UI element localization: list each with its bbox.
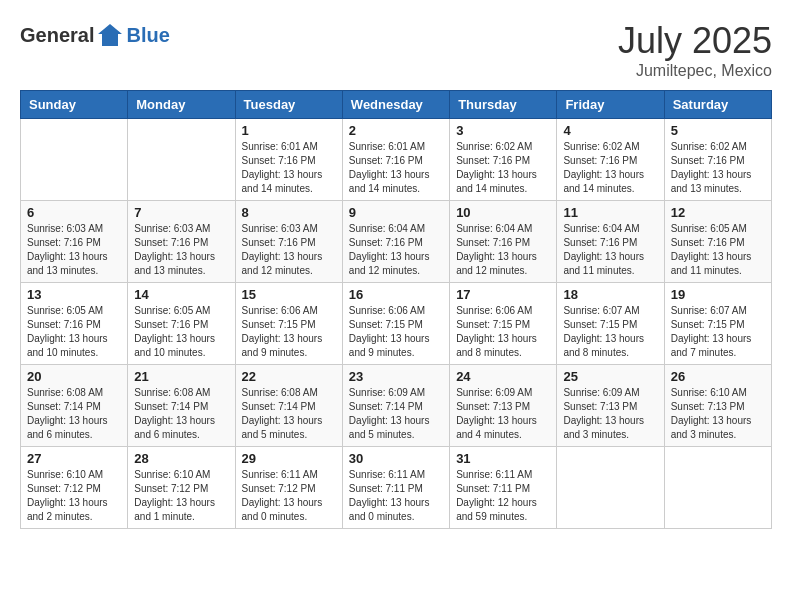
calendar-cell: 29Sunrise: 6:11 AM Sunset: 7:12 PM Dayli… bbox=[235, 447, 342, 529]
day-number: 4 bbox=[563, 123, 657, 138]
calendar-cell: 15Sunrise: 6:06 AM Sunset: 7:15 PM Dayli… bbox=[235, 283, 342, 365]
calendar-cell: 30Sunrise: 6:11 AM Sunset: 7:11 PM Dayli… bbox=[342, 447, 449, 529]
day-number: 2 bbox=[349, 123, 443, 138]
calendar-cell: 31Sunrise: 6:11 AM Sunset: 7:11 PM Dayli… bbox=[450, 447, 557, 529]
calendar-cell: 4Sunrise: 6:02 AM Sunset: 7:16 PM Daylig… bbox=[557, 119, 664, 201]
day-number: 31 bbox=[456, 451, 550, 466]
day-number: 6 bbox=[27, 205, 121, 220]
week-row-3: 13Sunrise: 6:05 AM Sunset: 7:16 PM Dayli… bbox=[21, 283, 772, 365]
day-number: 28 bbox=[134, 451, 228, 466]
day-number: 25 bbox=[563, 369, 657, 384]
day-info: Sunrise: 6:05 AM Sunset: 7:16 PM Dayligh… bbox=[27, 304, 121, 360]
day-number: 16 bbox=[349, 287, 443, 302]
week-row-2: 6Sunrise: 6:03 AM Sunset: 7:16 PM Daylig… bbox=[21, 201, 772, 283]
day-info: Sunrise: 6:03 AM Sunset: 7:16 PM Dayligh… bbox=[27, 222, 121, 278]
header-monday: Monday bbox=[128, 91, 235, 119]
header-thursday: Thursday bbox=[450, 91, 557, 119]
day-info: Sunrise: 6:09 AM Sunset: 7:14 PM Dayligh… bbox=[349, 386, 443, 442]
calendar-cell: 11Sunrise: 6:04 AM Sunset: 7:16 PM Dayli… bbox=[557, 201, 664, 283]
calendar-cell: 5Sunrise: 6:02 AM Sunset: 7:16 PM Daylig… bbox=[664, 119, 771, 201]
calendar-cell: 20Sunrise: 6:08 AM Sunset: 7:14 PM Dayli… bbox=[21, 365, 128, 447]
calendar-cell: 26Sunrise: 6:10 AM Sunset: 7:13 PM Dayli… bbox=[664, 365, 771, 447]
calendar-cell: 25Sunrise: 6:09 AM Sunset: 7:13 PM Dayli… bbox=[557, 365, 664, 447]
calendar-table: Sunday Monday Tuesday Wednesday Thursday… bbox=[20, 90, 772, 529]
week-row-1: 1Sunrise: 6:01 AM Sunset: 7:16 PM Daylig… bbox=[21, 119, 772, 201]
week-row-4: 20Sunrise: 6:08 AM Sunset: 7:14 PM Dayli… bbox=[21, 365, 772, 447]
day-number: 11 bbox=[563, 205, 657, 220]
header-tuesday: Tuesday bbox=[235, 91, 342, 119]
calendar-cell: 7Sunrise: 6:03 AM Sunset: 7:16 PM Daylig… bbox=[128, 201, 235, 283]
calendar-cell bbox=[664, 447, 771, 529]
day-info: Sunrise: 6:02 AM Sunset: 7:16 PM Dayligh… bbox=[671, 140, 765, 196]
title-block: July 2025 Jumiltepec, Mexico bbox=[618, 20, 772, 80]
calendar-cell: 18Sunrise: 6:07 AM Sunset: 7:15 PM Dayli… bbox=[557, 283, 664, 365]
calendar-cell: 6Sunrise: 6:03 AM Sunset: 7:16 PM Daylig… bbox=[21, 201, 128, 283]
day-info: Sunrise: 6:07 AM Sunset: 7:15 PM Dayligh… bbox=[671, 304, 765, 360]
page-header: General Blue July 2025 Jumiltepec, Mexic… bbox=[20, 20, 772, 80]
calendar-cell: 12Sunrise: 6:05 AM Sunset: 7:16 PM Dayli… bbox=[664, 201, 771, 283]
day-number: 7 bbox=[134, 205, 228, 220]
day-number: 27 bbox=[27, 451, 121, 466]
calendar-cell: 3Sunrise: 6:02 AM Sunset: 7:16 PM Daylig… bbox=[450, 119, 557, 201]
day-info: Sunrise: 6:08 AM Sunset: 7:14 PM Dayligh… bbox=[134, 386, 228, 442]
calendar-cell: 1Sunrise: 6:01 AM Sunset: 7:16 PM Daylig… bbox=[235, 119, 342, 201]
day-number: 30 bbox=[349, 451, 443, 466]
week-row-5: 27Sunrise: 6:10 AM Sunset: 7:12 PM Dayli… bbox=[21, 447, 772, 529]
calendar-cell: 8Sunrise: 6:03 AM Sunset: 7:16 PM Daylig… bbox=[235, 201, 342, 283]
day-number: 13 bbox=[27, 287, 121, 302]
day-number: 8 bbox=[242, 205, 336, 220]
day-number: 9 bbox=[349, 205, 443, 220]
month-title: July 2025 bbox=[618, 20, 772, 62]
calendar-cell: 24Sunrise: 6:09 AM Sunset: 7:13 PM Dayli… bbox=[450, 365, 557, 447]
day-info: Sunrise: 6:10 AM Sunset: 7:12 PM Dayligh… bbox=[27, 468, 121, 524]
day-info: Sunrise: 6:03 AM Sunset: 7:16 PM Dayligh… bbox=[134, 222, 228, 278]
day-number: 10 bbox=[456, 205, 550, 220]
calendar-cell: 2Sunrise: 6:01 AM Sunset: 7:16 PM Daylig… bbox=[342, 119, 449, 201]
location-title: Jumiltepec, Mexico bbox=[618, 62, 772, 80]
logo: General Blue bbox=[20, 20, 170, 50]
day-info: Sunrise: 6:04 AM Sunset: 7:16 PM Dayligh… bbox=[563, 222, 657, 278]
day-info: Sunrise: 6:04 AM Sunset: 7:16 PM Dayligh… bbox=[349, 222, 443, 278]
header-wednesday: Wednesday bbox=[342, 91, 449, 119]
day-info: Sunrise: 6:11 AM Sunset: 7:12 PM Dayligh… bbox=[242, 468, 336, 524]
day-number: 20 bbox=[27, 369, 121, 384]
day-info: Sunrise: 6:01 AM Sunset: 7:16 PM Dayligh… bbox=[242, 140, 336, 196]
day-info: Sunrise: 6:10 AM Sunset: 7:12 PM Dayligh… bbox=[134, 468, 228, 524]
day-number: 21 bbox=[134, 369, 228, 384]
day-info: Sunrise: 6:03 AM Sunset: 7:16 PM Dayligh… bbox=[242, 222, 336, 278]
day-number: 24 bbox=[456, 369, 550, 384]
svg-marker-0 bbox=[98, 24, 122, 46]
calendar-cell: 16Sunrise: 6:06 AM Sunset: 7:15 PM Dayli… bbox=[342, 283, 449, 365]
day-info: Sunrise: 6:04 AM Sunset: 7:16 PM Dayligh… bbox=[456, 222, 550, 278]
day-info: Sunrise: 6:06 AM Sunset: 7:15 PM Dayligh… bbox=[242, 304, 336, 360]
calendar-cell: 9Sunrise: 6:04 AM Sunset: 7:16 PM Daylig… bbox=[342, 201, 449, 283]
day-info: Sunrise: 6:07 AM Sunset: 7:15 PM Dayligh… bbox=[563, 304, 657, 360]
weekday-header-row: Sunday Monday Tuesday Wednesday Thursday… bbox=[21, 91, 772, 119]
day-number: 5 bbox=[671, 123, 765, 138]
calendar-cell: 28Sunrise: 6:10 AM Sunset: 7:12 PM Dayli… bbox=[128, 447, 235, 529]
day-info: Sunrise: 6:02 AM Sunset: 7:16 PM Dayligh… bbox=[456, 140, 550, 196]
calendar-cell: 19Sunrise: 6:07 AM Sunset: 7:15 PM Dayli… bbox=[664, 283, 771, 365]
day-number: 3 bbox=[456, 123, 550, 138]
day-number: 1 bbox=[242, 123, 336, 138]
day-number: 19 bbox=[671, 287, 765, 302]
calendar-cell bbox=[21, 119, 128, 201]
day-info: Sunrise: 6:02 AM Sunset: 7:16 PM Dayligh… bbox=[563, 140, 657, 196]
day-info: Sunrise: 6:10 AM Sunset: 7:13 PM Dayligh… bbox=[671, 386, 765, 442]
logo-general: General bbox=[20, 24, 94, 47]
calendar-cell: 10Sunrise: 6:04 AM Sunset: 7:16 PM Dayli… bbox=[450, 201, 557, 283]
calendar-cell: 23Sunrise: 6:09 AM Sunset: 7:14 PM Dayli… bbox=[342, 365, 449, 447]
calendar-cell bbox=[128, 119, 235, 201]
day-info: Sunrise: 6:09 AM Sunset: 7:13 PM Dayligh… bbox=[456, 386, 550, 442]
day-number: 29 bbox=[242, 451, 336, 466]
calendar-cell: 14Sunrise: 6:05 AM Sunset: 7:16 PM Dayli… bbox=[128, 283, 235, 365]
calendar-cell: 21Sunrise: 6:08 AM Sunset: 7:14 PM Dayli… bbox=[128, 365, 235, 447]
day-number: 14 bbox=[134, 287, 228, 302]
day-number: 15 bbox=[242, 287, 336, 302]
day-number: 17 bbox=[456, 287, 550, 302]
day-number: 12 bbox=[671, 205, 765, 220]
day-number: 18 bbox=[563, 287, 657, 302]
calendar-cell bbox=[557, 447, 664, 529]
day-info: Sunrise: 6:11 AM Sunset: 7:11 PM Dayligh… bbox=[456, 468, 550, 524]
calendar-cell: 22Sunrise: 6:08 AM Sunset: 7:14 PM Dayli… bbox=[235, 365, 342, 447]
